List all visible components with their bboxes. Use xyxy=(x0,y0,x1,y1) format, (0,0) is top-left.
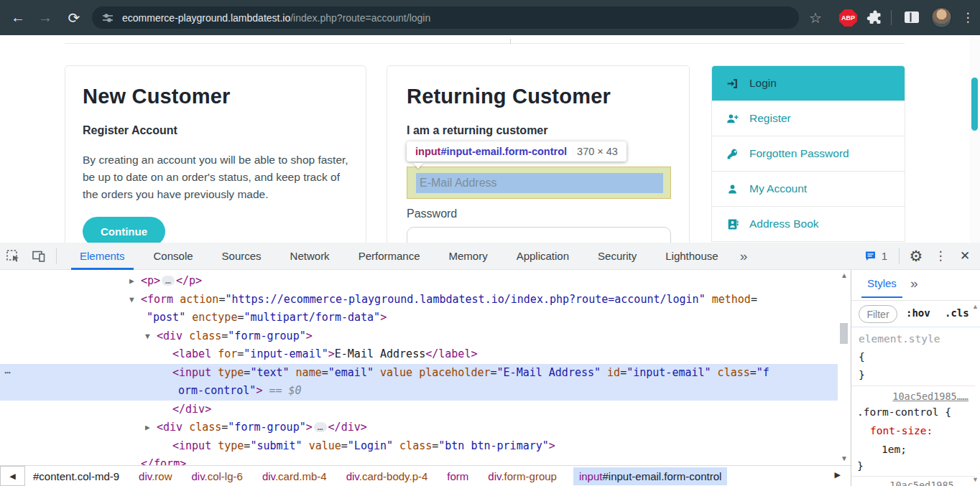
tab-memory[interactable]: Memory xyxy=(435,243,502,270)
settings-gear-icon[interactable]: ⚙ xyxy=(904,243,928,270)
dom-tree-node[interactable]: ▼<div class="form-group"> xyxy=(0,327,838,346)
dom-breadcrumb-bar: ◀ #content.col-md-9div.rowdiv.col-lg-6di… xyxy=(0,465,851,486)
collapse-arrow-icon[interactable]: ▼ xyxy=(145,327,150,346)
dom-tree-node[interactable]: "post" enctype="multipart/form-data"> xyxy=(0,309,838,327)
tab-performance[interactable]: Performance xyxy=(344,243,435,270)
more-tabs-icon[interactable]: » xyxy=(733,248,755,264)
breadcrumb-part: .card-body.p-4 xyxy=(359,470,428,482)
breadcrumb-item[interactable]: #content.col-md-9 xyxy=(30,468,122,485)
stylesheet-source-link[interactable]: 10ac5ed1985…… xyxy=(889,480,966,486)
breadcrumb-item[interactable]: form xyxy=(444,468,471,485)
dom-tree-node[interactable]: ▶<div class="form-group">…</div> xyxy=(0,419,838,437)
browser-menu-icon[interactable]: ⋮ xyxy=(958,0,977,35)
scroll-up-icon[interactable]: ▲ xyxy=(838,271,851,279)
class-toggle[interactable]: .cls xyxy=(945,307,969,319)
element-style-selector[interactable]: element.style xyxy=(859,333,940,345)
code-attr: for xyxy=(211,347,237,360)
code-plain: = xyxy=(237,347,244,360)
expand-arrow-icon[interactable]: ▶ xyxy=(129,272,134,291)
tooltip-arrow xyxy=(413,163,423,169)
breadcrumb-item[interactable]: div.form-group xyxy=(485,468,560,485)
tab-network[interactable]: Network xyxy=(276,243,344,270)
back-icon[interactable]: ← xyxy=(6,0,30,35)
code-attr: enctype xyxy=(185,311,237,324)
page-scrollbar[interactable] xyxy=(969,35,980,243)
new-customer-title: New Customer xyxy=(83,85,348,108)
breadcrumb-part: .card.mb-4 xyxy=(275,470,327,482)
bookmark-star-icon[interactable]: ☆ xyxy=(805,0,826,35)
tab-console[interactable]: Console xyxy=(139,243,208,270)
tab-sources[interactable]: Sources xyxy=(208,243,276,270)
pseudo-state-toggle[interactable]: :hov xyxy=(906,307,930,319)
dom-tree-node[interactable]: <label for="input-email">E-Mail Address<… xyxy=(0,345,838,364)
styles-more-tabs-icon[interactable]: » xyxy=(910,276,918,291)
breadcrumb-item[interactable]: div.row xyxy=(136,468,175,485)
dom-tree-node[interactable]: </form> xyxy=(0,455,838,465)
breadcrumb-item[interactable]: input#input-email.form-control xyxy=(573,467,727,485)
continue-button[interactable]: Continue xyxy=(83,217,165,243)
profile-avatar[interactable] xyxy=(931,7,952,28)
new-customer-description: By creating an account you will be able … xyxy=(83,151,348,203)
tab-security[interactable]: Security xyxy=(583,243,651,270)
adblock-extension-icon[interactable]: ABP xyxy=(839,9,857,27)
menu-item-forgotten-password[interactable]: Forgotten Password xyxy=(712,136,905,172)
collapse-arrow-icon[interactable]: ▼ xyxy=(129,291,134,309)
breadcrumb-item[interactable]: div.col-lg-6 xyxy=(188,468,245,485)
password-input[interactable] xyxy=(407,227,671,243)
site-settings-icon[interactable] xyxy=(102,12,114,24)
rule-selector[interactable]: .form-control { xyxy=(857,406,951,418)
email-input-highlight[interactable]: E-Mail Address xyxy=(407,167,671,199)
styles-panel: Styles » Filter :hov .cls element.style … xyxy=(851,270,980,486)
inspect-element-icon[interactable] xyxy=(0,243,26,270)
elements-scrollbar-thumb[interactable] xyxy=(840,323,848,344)
dom-tree-node[interactable]: ▼<form action="https://ecommerce-playgro… xyxy=(0,291,838,309)
address-bar[interactable]: ecommerce-playground.lambdatest.io/index… xyxy=(92,6,799,29)
side-panel-icon[interactable] xyxy=(904,10,920,27)
dom-tree-node[interactable]: <input type="submit" value="Login" class… xyxy=(0,437,838,456)
dom-tree-node[interactable]: ▶<p>…</p> xyxy=(0,272,838,291)
forward-icon[interactable]: → xyxy=(33,0,57,35)
styles-scroll-up-icon[interactable]: ▲ xyxy=(972,303,979,310)
elements-scrollbar[interactable]: ▲ ▼ xyxy=(838,270,851,465)
code-plain: = xyxy=(751,293,757,306)
extensions-puzzle-icon[interactable] xyxy=(866,9,884,29)
devtools-menu-icon[interactable]: ⋮ xyxy=(928,243,953,270)
breadcrumb-item[interactable]: div.card-body.p-4 xyxy=(343,468,431,485)
styles-filter-input[interactable]: Filter xyxy=(859,305,897,323)
tab-application[interactable]: Application xyxy=(502,243,583,270)
tab-elements[interactable]: Elements xyxy=(65,243,139,270)
email-input[interactable]: E-Mail Address xyxy=(416,173,663,193)
code-tag: <div xyxy=(157,330,182,342)
dom-tree-node[interactable]: orm-control"> == $0 xyxy=(0,382,838,401)
dom-tree-node[interactable]: ⋯<input type="text" name="email" value p… xyxy=(0,364,838,383)
menu-item-login[interactable]: Login xyxy=(712,66,905,101)
expand-arrow-icon[interactable]: ▶ xyxy=(145,419,150,437)
code-val: "multipart/form-data" xyxy=(244,311,380,324)
breadcrumb-part: form xyxy=(447,470,468,482)
page-scrollbar-thumb[interactable] xyxy=(971,78,978,131)
menu-item-my-account[interactable]: My Account xyxy=(712,172,905,207)
code-attr: value xyxy=(302,439,341,452)
menu-item-register[interactable]: Register xyxy=(712,101,905,136)
code-tag: </div> xyxy=(328,421,367,434)
console-messages-badge[interactable]: 1 xyxy=(857,250,895,262)
devtools-close-icon[interactable]: ✕ xyxy=(953,243,977,270)
stylesheet-source-link[interactable]: 10ac5ed1985…… xyxy=(892,391,969,402)
node-options-icon[interactable]: ⋯ xyxy=(4,364,11,383)
breadcrumb-back-icon[interactable]: ◀ xyxy=(0,466,25,486)
breadcrumb-item[interactable]: div.card.mb-4 xyxy=(259,468,330,485)
menu-item-address-book[interactable]: Address Book xyxy=(712,207,905,242)
tab-styles[interactable]: Styles xyxy=(867,277,897,289)
reload-icon[interactable]: ⟳ xyxy=(62,0,86,35)
tab-lighthouse[interactable]: Lighthouse xyxy=(651,243,732,270)
device-toolbar-icon[interactable] xyxy=(26,243,52,270)
code-plain: = xyxy=(341,439,348,452)
css-property-value[interactable]: 1em; xyxy=(882,444,907,455)
breadcrumb-forward-icon[interactable]: ▶ xyxy=(835,470,841,480)
css-property-name[interactable]: font-size: xyxy=(870,425,933,436)
dom-tree-node[interactable]: </div> xyxy=(0,401,838,419)
element-style-close-brace: } xyxy=(859,369,865,380)
web-page: New Customer Register Account By creatin… xyxy=(0,35,980,243)
styles-scroll-down-icon[interactable]: ▼ xyxy=(972,476,979,483)
scroll-down-icon[interactable]: ▼ xyxy=(838,454,851,462)
